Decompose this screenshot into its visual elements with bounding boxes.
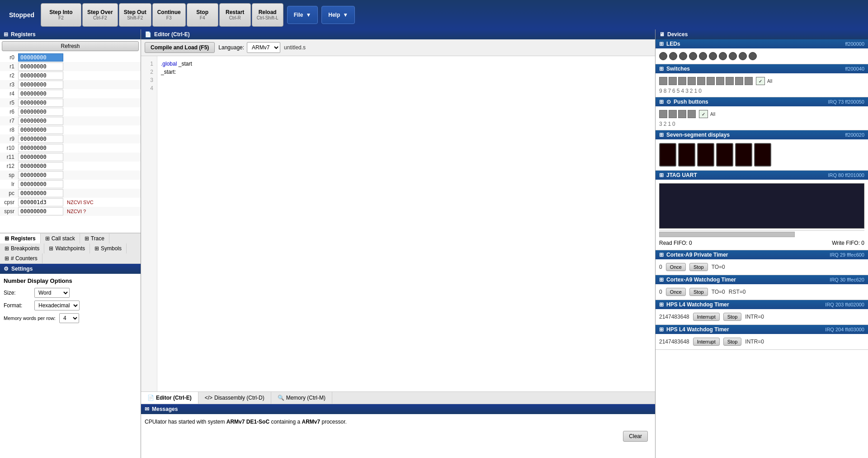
ca9-watchdog-once-button[interactable]: Once — [666, 288, 686, 296]
reg-value-r4[interactable] — [18, 90, 63, 98]
seg-2[interactable] — [697, 143, 714, 167]
seg-4[interactable] — [735, 143, 752, 167]
led-9[interactable] — [749, 52, 757, 60]
editor-toolbar: Compile and Load (F5) Language: ARMv7 AR… — [141, 39, 655, 56]
switch-5[interactable] — [697, 77, 705, 85]
pushbtn-2[interactable] — [669, 110, 677, 118]
led-3[interactable] — [689, 52, 697, 60]
stop-button[interactable]: Stop F4 — [187, 3, 218, 27]
help-menu-button[interactable]: Help ▼ — [321, 6, 355, 24]
refresh-button[interactable]: Refresh — [2, 41, 139, 51]
pushbtn-1[interactable] — [678, 110, 686, 118]
step-into-shortcut: F2 — [58, 15, 64, 20]
reg-value-spsr[interactable] — [18, 207, 63, 215]
tab-editor[interactable]: 📄 Editor (Ctrl-E) — [141, 392, 198, 404]
reg-value-r5[interactable] — [18, 99, 63, 107]
switch-all-check[interactable]: ✓ — [756, 77, 765, 85]
switch-6[interactable] — [688, 77, 696, 85]
tab-callstack[interactable]: ⊞ Call stack — [41, 234, 80, 243]
hps-watchdog2-interrupt-button[interactable]: Interrupt — [693, 338, 720, 346]
pushbtn-all-check[interactable]: ✓ — [699, 110, 708, 118]
led-0[interactable] — [659, 52, 667, 60]
register-row-sp: sp — [0, 171, 141, 180]
device-hps-watchdog1-header: ⊞ HPS L4 Watchdog Timer IRQ 203 ffd02000 — [656, 300, 868, 309]
tab-trace[interactable]: ⊞ Trace — [80, 234, 109, 243]
seg-0[interactable] — [659, 143, 676, 167]
tab-registers[interactable]: ⊞ Registers — [0, 234, 41, 243]
led-7[interactable] — [729, 52, 737, 60]
ca9-once-button[interactable]: Once — [666, 263, 686, 271]
reg-value-r10[interactable] — [18, 144, 63, 152]
hps-watchdog1-stop-button[interactable]: Stop — [723, 313, 742, 321]
switch-0[interactable] — [745, 77, 753, 85]
reg-value-r12[interactable] — [18, 162, 63, 170]
led-5[interactable] — [709, 52, 717, 60]
pushbtn-0[interactable] — [688, 110, 696, 118]
language-select[interactable]: ARMv7 ARMv8 x86 — [247, 42, 280, 53]
switch-9[interactable] — [659, 77, 667, 85]
seg-5[interactable] — [754, 143, 771, 167]
reg-value-r1[interactable] — [18, 62, 63, 71]
tab-breakpoints[interactable]: ⊞ Breakpoints — [0, 243, 44, 253]
led-6[interactable] — [719, 52, 727, 60]
tab-watchpoints[interactable]: ⊞ Watchpoints — [44, 243, 90, 253]
step-into-button[interactable]: Step Into F2 — [41, 3, 81, 27]
tab-disassembly[interactable]: </> Disassembly (Ctrl-D) — [198, 392, 271, 404]
led-1[interactable] — [669, 52, 677, 60]
hps-watchdog1-interrupt-button[interactable]: Interrupt — [693, 313, 720, 321]
seg-1[interactable] — [678, 143, 695, 167]
seg-3[interactable] — [716, 143, 733, 167]
switch-1[interactable] — [735, 77, 743, 85]
editor-area[interactable]: 1 2 3 4 .global _start _start: — [141, 56, 655, 391]
tab-memory[interactable]: 🔍 Memory (Ctrl-M) — [271, 392, 332, 404]
file-menu-button[interactable]: File ▼ — [287, 6, 318, 24]
reg-value-r11[interactable] — [18, 153, 63, 161]
clear-button[interactable]: Clear — [623, 431, 648, 442]
switch-7[interactable] — [678, 77, 686, 85]
reg-value-pc[interactable] — [18, 189, 63, 197]
tab-symbols[interactable]: ⊞ Symbols — [90, 243, 127, 253]
reg-value-r0[interactable] — [18, 53, 63, 62]
tab-counters[interactable]: ⊞ # Counters — [0, 253, 42, 263]
compile-button[interactable]: Compile and Load (F5) — [145, 42, 215, 53]
reload-shortcut: Ctrl-Shift-L — [257, 15, 278, 20]
reg-value-sp[interactable] — [18, 171, 63, 179]
size-select[interactable]: Word Byte Halfword — [34, 288, 70, 298]
reg-value-cpsr[interactable] — [18, 198, 63, 206]
reload-button[interactable]: Reload Ctrl-Shift-L — [252, 3, 283, 27]
jtag-terminal[interactable] — [659, 183, 864, 229]
code-editor[interactable]: .global _start _start: — [157, 56, 655, 391]
reg-value-r2[interactable] — [18, 72, 63, 80]
reg-value-r3[interactable] — [18, 81, 63, 89]
restart-button[interactable]: Restart Ctrl-R — [219, 3, 251, 27]
step-out-button[interactable]: Step Out Shift-F2 — [119, 3, 151, 27]
register-row-r5: r5 — [0, 98, 141, 107]
switch-2[interactable] — [726, 77, 734, 85]
registers-header: ⊞ Registers — [0, 29, 141, 39]
format-select[interactable]: Hexadecimal Decimal Binary Octal — [34, 301, 80, 310]
jtag-title: JTAG UART — [666, 172, 697, 178]
reg-value-r7[interactable] — [18, 117, 63, 125]
hps-watchdog1-addr: IRQ 203 ffd02000 — [825, 302, 864, 307]
reg-value-r6[interactable] — [18, 108, 63, 116]
reg-value-lr[interactable] — [18, 180, 63, 188]
led-8[interactable] — [739, 52, 747, 60]
led-2[interactable] — [679, 52, 687, 60]
hps-watchdog2-stop-button[interactable]: Stop — [723, 338, 742, 346]
step-over-button[interactable]: Step Over Ctrl-F2 — [82, 3, 118, 27]
continue-button[interactable]: Continue F3 — [152, 3, 186, 27]
ca9-stop-button[interactable]: Stop — [689, 263, 708, 271]
messages-icon: ✉ — [145, 406, 149, 412]
register-row-r6: r6 — [0, 107, 141, 116]
switch-3[interactable] — [716, 77, 724, 85]
counters-tab-icon: ⊞ — [5, 255, 9, 262]
ca9-watchdog-stop-button[interactable]: Stop — [689, 288, 708, 296]
pushbtn-3[interactable] — [659, 110, 667, 118]
led-4[interactable] — [699, 52, 707, 60]
switch-8[interactable] — [669, 77, 677, 85]
reg-value-r8[interactable] — [18, 126, 63, 134]
reg-value-r9[interactable] — [18, 135, 63, 143]
mem-words-select[interactable]: 4 8 16 — [59, 313, 79, 323]
switch-4[interactable] — [707, 77, 715, 85]
editor-bottom-tabs: 📄 Editor (Ctrl-E) </> Disassembly (Ctrl-… — [141, 391, 655, 404]
